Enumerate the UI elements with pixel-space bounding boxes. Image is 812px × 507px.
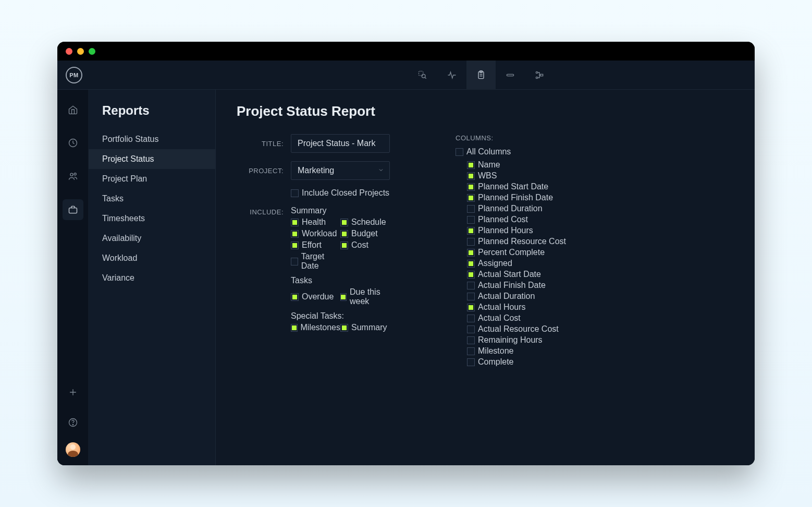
column-name-checkbox[interactable]: Name	[467, 160, 734, 170]
activity-icon[interactable]	[437, 61, 466, 90]
include-tasks-overdue-checkbox[interactable]: Overdue	[291, 287, 340, 306]
briefcase-icon[interactable]	[63, 199, 83, 220]
summary-title: Summary	[291, 206, 445, 215]
include-special-milestones-checkbox[interactable]: Milestones	[291, 323, 340, 332]
column-planned-start-date-checkbox[interactable]: Planned Start Date	[467, 182, 734, 191]
column-planned-cost-checkbox[interactable]: Planned Cost	[467, 215, 734, 224]
include-summary-schedule-label: Schedule	[351, 218, 386, 227]
sidebar-item-variance[interactable]: Variance	[89, 268, 215, 288]
sidebar-item-timesheets[interactable]: Timesheets	[89, 209, 215, 228]
chevron-down-icon	[378, 166, 384, 175]
include-summary-effort-label: Effort	[302, 240, 322, 250]
project-label: PROJECT:	[237, 167, 284, 175]
include-closed-label: Include Closed Projects	[302, 188, 389, 198]
column-planned-hours-label: Planned Hours	[478, 226, 533, 235]
all-columns-label: All Columns	[466, 147, 511, 156]
svg-rect-7	[540, 74, 543, 76]
column-actual-resource-cost-label: Actual Resource Cost	[478, 324, 559, 334]
include-summary-workload-label: Workload	[302, 229, 337, 238]
column-actual-hours-checkbox[interactable]: Actual Hours	[467, 303, 734, 312]
include-closed-checkbox[interactable]: Include Closed Projects	[291, 188, 445, 198]
column-milestone-label: Milestone	[478, 346, 513, 356]
project-select-value: Marketing	[298, 166, 334, 175]
column-remaining-hours-label: Remaining Hours	[478, 335, 543, 345]
column-percent-complete-checkbox[interactable]: Percent Complete	[467, 248, 734, 257]
include-special-summary-checkbox[interactable]: Summary	[340, 323, 390, 332]
svg-point-1	[422, 74, 425, 78]
include-tasks-due-this-week-label: Due this week	[350, 287, 390, 306]
tasks-title: Tasks	[291, 276, 445, 285]
nav-rail	[57, 90, 89, 465]
sidebar-item-project-plan[interactable]: Project Plan	[89, 169, 215, 189]
column-planned-resource-cost-checkbox[interactable]: Planned Resource Cost	[467, 237, 734, 246]
sidebar-item-availability[interactable]: Availability	[89, 228, 215, 248]
svg-rect-11	[69, 208, 77, 213]
include-summary-budget-checkbox[interactable]: Budget	[340, 229, 390, 238]
include-summary-health-checkbox[interactable]: Health	[291, 218, 340, 227]
column-name-label: Name	[478, 160, 500, 170]
title-label: TITLE:	[237, 140, 284, 148]
column-actual-start-date-label: Actual Start Date	[478, 270, 541, 279]
column-milestone-checkbox[interactable]: Milestone	[467, 346, 734, 356]
search-icon[interactable]	[408, 61, 437, 90]
special-title: Special Tasks:	[291, 311, 445, 321]
title-input[interactable]	[291, 134, 390, 153]
column-planned-duration-checkbox[interactable]: Planned Duration	[467, 204, 734, 213]
include-tasks-overdue-label: Overdue	[302, 292, 334, 301]
sidebar-item-project-status[interactable]: Project Status	[89, 149, 215, 169]
include-label: INCLUDE:	[237, 206, 284, 216]
column-complete-checkbox[interactable]: Complete	[467, 357, 734, 367]
help-icon[interactable]	[63, 412, 83, 433]
include-summary-cost-checkbox[interactable]: Cost	[340, 240, 390, 250]
tasks-grid: OverdueDue this week	[291, 287, 445, 306]
people-icon[interactable]	[63, 166, 83, 187]
avatar[interactable]	[66, 442, 80, 457]
sidebar: Reports Portfolio Status Project Status …	[89, 90, 216, 465]
main: Project Status Report TITLE: PROJECT: Ma…	[216, 90, 755, 465]
include-special-milestones-label: Milestones	[301, 323, 340, 332]
home-icon[interactable]	[63, 99, 83, 120]
column-wbs-label: WBS	[478, 171, 497, 180]
column-actual-resource-cost-checkbox[interactable]: Actual Resource Cost	[467, 324, 734, 334]
project-select[interactable]: Marketing	[291, 161, 390, 180]
maximize-window-button[interactable]	[89, 48, 95, 55]
include-summary-effort-checkbox[interactable]: Effort	[291, 240, 340, 250]
svg-point-5	[536, 71, 537, 73]
include-summary-target-date-label: Target Date	[301, 252, 340, 271]
link-icon[interactable]	[496, 61, 525, 90]
column-assigned-checkbox[interactable]: Assigned	[467, 259, 734, 268]
close-window-button[interactable]	[66, 48, 72, 55]
column-planned-start-date-label: Planned Start Date	[478, 182, 548, 191]
include-tasks-due-this-week-checkbox[interactable]: Due this week	[340, 287, 390, 306]
column-planned-cost-label: Planned Cost	[478, 215, 528, 224]
titlebar	[57, 42, 755, 61]
column-actual-start-date-checkbox[interactable]: Actual Start Date	[467, 270, 734, 279]
column-remaining-hours-checkbox[interactable]: Remaining Hours	[467, 335, 734, 345]
all-columns-checkbox[interactable]: All Columns	[456, 147, 734, 156]
column-actual-finish-date-checkbox[interactable]: Actual Finish Date	[467, 281, 734, 290]
app-logo[interactable]: PM	[66, 67, 82, 83]
clock-icon[interactable]	[63, 132, 83, 153]
summary-grid: HealthScheduleWorkloadBudgetEffortCostTa…	[291, 218, 445, 271]
page-title: Project Status Report	[237, 103, 734, 119]
include-summary-budget-label: Budget	[351, 229, 378, 238]
column-planned-hours-checkbox[interactable]: Planned Hours	[467, 226, 734, 235]
column-wbs-checkbox[interactable]: WBS	[467, 171, 734, 180]
sidebar-item-portfolio-status[interactable]: Portfolio Status	[89, 129, 215, 149]
svg-rect-4	[507, 74, 513, 76]
column-actual-duration-checkbox[interactable]: Actual Duration	[467, 292, 734, 301]
hierarchy-icon[interactable]	[525, 61, 554, 90]
include-summary-schedule-checkbox[interactable]: Schedule	[340, 218, 390, 227]
column-planned-finish-date-checkbox[interactable]: Planned Finish Date	[467, 193, 734, 202]
include-summary-workload-checkbox[interactable]: Workload	[291, 229, 340, 238]
minimize-window-button[interactable]	[77, 48, 84, 55]
clipboard-icon[interactable]	[466, 61, 496, 90]
plus-icon[interactable]	[63, 382, 83, 403]
column-percent-complete-label: Percent Complete	[478, 248, 545, 257]
sidebar-item-workload[interactable]: Workload	[89, 248, 215, 268]
column-actual-cost-checkbox[interactable]: Actual Cost	[467, 313, 734, 323]
special-grid: MilestonesSummary	[291, 323, 445, 332]
sidebar-item-tasks[interactable]: Tasks	[89, 189, 215, 209]
column-planned-duration-label: Planned Duration	[478, 204, 543, 213]
include-summary-target-date-checkbox[interactable]: Target Date	[291, 252, 340, 271]
